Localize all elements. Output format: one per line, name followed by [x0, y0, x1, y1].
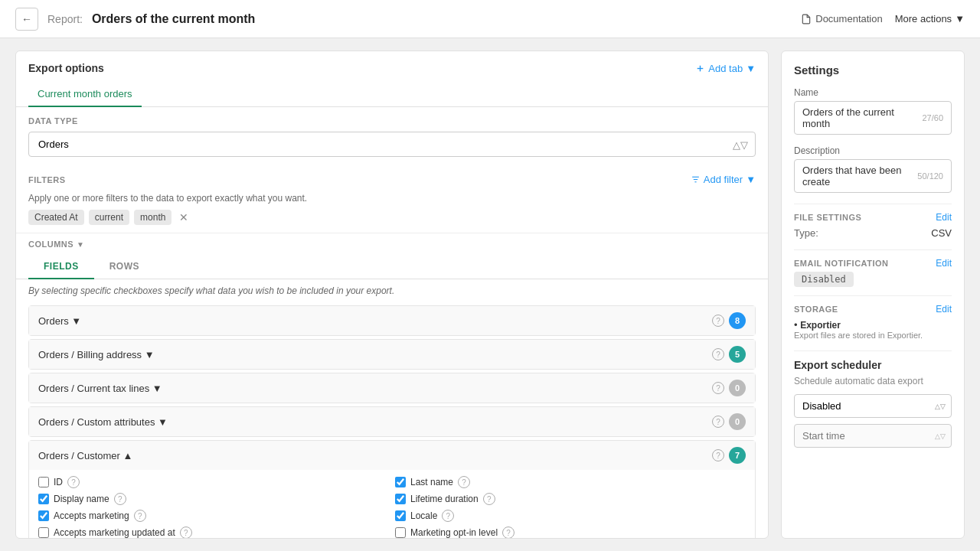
- description-value: Orders that have been create: [802, 165, 917, 187]
- last-name-help-icon[interactable]: ?: [458, 476, 470, 488]
- file-settings-section: FILE SETTINGS Edit Type: CSV: [794, 212, 952, 239]
- description-char-count: 50/120: [917, 171, 943, 181]
- tax-help-icon[interactable]: ?: [712, 382, 724, 394]
- custom-help-icon[interactable]: ?: [712, 416, 724, 428]
- field-group-billing-header[interactable]: Orders / Billing address ▼ ? 5: [29, 340, 755, 369]
- checkbox-lifetime-duration-input[interactable]: [395, 494, 406, 504]
- field-group-orders-right: ? 8: [712, 312, 746, 329]
- filter-tag-month: month: [134, 210, 172, 225]
- checkbox-display-name: Display name ?: [38, 493, 389, 505]
- settings-title: Settings: [794, 64, 952, 77]
- checkbox-locale-input[interactable]: [395, 510, 406, 521]
- checkbox-accepts-marketing: Accepts marketing ?: [38, 510, 389, 522]
- customer-help-icon[interactable]: ?: [712, 449, 724, 461]
- storage-item: • Exportier Export files are stored in E…: [794, 319, 952, 340]
- orders-count-badge: 8: [729, 312, 746, 329]
- checkbox-id-input[interactable]: [38, 477, 49, 487]
- tab-label: Current month orders: [38, 88, 132, 99]
- filter-tags: Created At current month ✕: [28, 210, 756, 225]
- data-type-section: DATA TYPE Orders △▽: [16, 107, 768, 166]
- name-value: Orders of the current month: [802, 106, 922, 129]
- fields-tab-label: FIELDS: [44, 261, 79, 272]
- tab-rows[interactable]: ROWS: [94, 255, 155, 279]
- field-group-tax-name: Orders / Current tax lines ▼: [38, 383, 162, 394]
- orders-help-icon[interactable]: ?: [712, 315, 724, 327]
- field-group-custom: Orders / Custom attributes ▼ ? 0: [28, 406, 756, 437]
- documentation-label: Documentation: [815, 13, 882, 24]
- checkbox-locale: Locale ?: [395, 510, 746, 522]
- custom-count-badge: 0: [729, 413, 746, 430]
- data-type-select[interactable]: Orders: [28, 132, 756, 157]
- add-tab-button[interactable]: Add tab ▼: [695, 63, 756, 74]
- field-group-orders-name: Orders ▼: [38, 315, 81, 327]
- field-group-customer-body: ID ? Last name ? Display name ? Lifetime…: [29, 470, 755, 539]
- checkbox-last-name: Last name ?: [395, 476, 746, 488]
- locale-help-icon[interactable]: ?: [442, 510, 454, 522]
- documentation-link[interactable]: Documentation: [801, 13, 882, 24]
- storage-description: Export files are stored in Exportier.: [794, 331, 952, 340]
- email-notification-section: EMAIL NOTIFICATION Edit Disabled: [794, 258, 952, 285]
- field-group-custom-header[interactable]: Orders / Custom attributes ▼ ? 0: [29, 407, 755, 436]
- description-section: Description Orders that have been create…: [794, 145, 952, 193]
- field-group-tax-header[interactable]: Orders / Current tax lines ▼ ? 0: [29, 373, 755, 403]
- accepts-marketing-updated-at-help-icon[interactable]: ?: [180, 527, 192, 539]
- checkbox-accepts-marketing-updated-at: Accepts marketing updated at ?: [38, 527, 389, 539]
- scheduler-description: Schedule automatic data export: [794, 376, 952, 386]
- scheduler-select[interactable]: Disabled: [794, 394, 952, 418]
- file-settings-header: FILE SETTINGS Edit: [794, 212, 952, 223]
- display-name-help-icon[interactable]: ?: [114, 493, 126, 505]
- checkbox-accepts-marketing-input[interactable]: [38, 510, 49, 521]
- field-group-customer: Orders / Customer ▲ ? 7 ID ? Last name ?: [28, 440, 756, 539]
- checkbox-last-name-label: Last name: [410, 477, 453, 487]
- checkbox-display-name-input[interactable]: [38, 494, 49, 504]
- checkbox-accepts-marketing-updated-at-input[interactable]: [38, 527, 49, 538]
- filter-tag-created-at: Created At: [28, 210, 84, 225]
- tab-fields[interactable]: FIELDS: [28, 255, 94, 279]
- field-group-orders: Orders ▼ ? 8: [28, 305, 756, 336]
- file-settings-edit-button[interactable]: Edit: [936, 212, 952, 223]
- data-type-wrapper: Orders △▽: [28, 132, 756, 157]
- file-type-row: Type: CSV: [794, 227, 952, 239]
- field-group-customer-header[interactable]: Orders / Customer ▲ ? 7: [29, 441, 755, 470]
- clear-filters-button[interactable]: ✕: [179, 211, 188, 223]
- export-scheduler-section: Export scheduler Schedule automatic data…: [794, 359, 952, 448]
- storage-header: STORAGE Edit: [794, 304, 952, 315]
- filters-description: Apply one or more filters to the data to…: [28, 193, 756, 204]
- marketing-opt-in-help-icon[interactable]: ?: [502, 527, 514, 539]
- main-content: Export options Add tab ▼ Current month o…: [0, 38, 980, 551]
- left-panel: Export options Add tab ▼ Current month o…: [15, 51, 769, 539]
- type-value: CSV: [931, 227, 952, 239]
- more-actions-button[interactable]: More actions ▼: [895, 13, 965, 24]
- field-group-orders-header[interactable]: Orders ▼ ? 8: [29, 306, 755, 335]
- report-title: Orders of the current month: [92, 12, 255, 26]
- start-time-wrapper: △▽: [794, 424, 952, 448]
- storage-edit-button[interactable]: Edit: [936, 304, 952, 315]
- field-group-custom-name: Orders / Custom attributes ▼: [38, 416, 168, 428]
- add-filter-button[interactable]: Add filter ▼: [691, 174, 756, 185]
- back-button[interactable]: ←: [15, 8, 38, 31]
- name-section: Name Orders of the current month 27/60: [794, 87, 952, 135]
- checkbox-accepts-marketing-label: Accepts marketing: [54, 510, 129, 521]
- topbar: ← Report: Orders of the current month Do…: [0, 0, 980, 38]
- billing-help-icon[interactable]: ?: [712, 348, 724, 360]
- id-help-icon[interactable]: ?: [67, 476, 80, 488]
- start-time-input[interactable]: [794, 424, 952, 448]
- columns-label: COLUMNS: [28, 240, 74, 249]
- accepts-marketing-help-icon[interactable]: ?: [134, 510, 146, 522]
- tab-current-month-orders[interactable]: Current month orders: [28, 82, 142, 107]
- email-notification-header: EMAIL NOTIFICATION Edit: [794, 258, 952, 269]
- checkbox-accepts-marketing-updated-at-label: Accepts marketing updated at: [54, 527, 175, 538]
- checkbox-last-name-input[interactable]: [395, 477, 406, 487]
- checkbox-marketing-opt-in-input[interactable]: [395, 527, 406, 538]
- columns-chevron-icon: ▼: [77, 240, 84, 249]
- email-notification-edit-button[interactable]: Edit: [936, 258, 952, 269]
- divider-2: [794, 249, 952, 250]
- field-group-customer-name: Orders / Customer ▲: [38, 450, 132, 461]
- start-time-arrow-icon: △▽: [935, 432, 946, 440]
- description-label: Description: [794, 145, 952, 156]
- checkbox-id: ID ?: [38, 476, 389, 488]
- name-input-wrapper[interactable]: Orders of the current month 27/60: [794, 101, 952, 135]
- lifetime-duration-help-icon[interactable]: ?: [483, 493, 495, 505]
- storage-name: Exportier: [800, 320, 841, 331]
- description-input-wrapper[interactable]: Orders that have been create 50/120: [794, 159, 952, 193]
